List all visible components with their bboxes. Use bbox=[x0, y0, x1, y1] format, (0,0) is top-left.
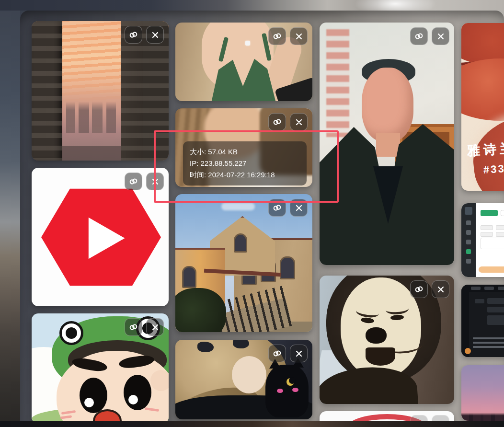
neck bbox=[376, 133, 400, 157]
left-building bbox=[32, 21, 62, 161]
link-icon bbox=[128, 176, 138, 186]
wall-scroll bbox=[326, 29, 349, 137]
gallery-panel: 雅诗兰 #333 bbox=[20, 11, 504, 427]
image-card-lipstick-swatch[interactable]: 雅诗兰 #333 bbox=[461, 23, 504, 191]
copy-link-button[interactable] bbox=[268, 345, 286, 362]
crescent-mark bbox=[286, 378, 294, 386]
close-icon bbox=[150, 30, 160, 40]
link-icon bbox=[128, 322, 138, 332]
card-actions bbox=[410, 27, 449, 45]
cloud bbox=[221, 203, 255, 210]
link-icon bbox=[272, 348, 282, 358]
hair-bow bbox=[197, 342, 214, 352]
eye bbox=[80, 378, 107, 413]
bottom-edge-bar bbox=[0, 421, 504, 427]
close-icon bbox=[436, 32, 446, 41]
link-icon bbox=[272, 117, 282, 127]
image-card-app-screenshot-light[interactable] bbox=[461, 203, 504, 277]
delete-button[interactable] bbox=[432, 280, 449, 298]
delete-button[interactable] bbox=[290, 345, 308, 362]
frog-eye bbox=[59, 321, 83, 345]
selection-highlight-box bbox=[154, 130, 339, 203]
lipstick-shade-text: #333 bbox=[483, 162, 504, 176]
copy-link-button[interactable] bbox=[268, 27, 286, 45]
link-icon bbox=[272, 203, 282, 213]
black-cat bbox=[265, 365, 309, 417]
close-icon bbox=[294, 203, 304, 213]
copy-link-button[interactable] bbox=[268, 113, 286, 131]
notice-pill bbox=[479, 266, 504, 273]
lower-lip bbox=[461, 58, 504, 121]
close-icon bbox=[294, 117, 304, 127]
mini-avatar bbox=[465, 348, 471, 354]
image-card-cartoon-frog-boy[interactable] bbox=[32, 313, 169, 424]
close-icon bbox=[294, 349, 304, 358]
dog-nose bbox=[366, 327, 387, 344]
dog-mouth bbox=[366, 347, 395, 366]
delete-button[interactable] bbox=[146, 26, 164, 44]
cat-eye bbox=[292, 388, 298, 392]
image-card-play-logo[interactable] bbox=[32, 168, 169, 306]
delete-button[interactable] bbox=[290, 113, 308, 131]
mini-avatar bbox=[465, 207, 472, 215]
close-icon bbox=[436, 285, 446, 294]
card-actions bbox=[268, 27, 308, 45]
screen: 雅诗兰 #333 bbox=[0, 0, 504, 427]
image-card-pink-sunset[interactable] bbox=[461, 365, 504, 421]
link-icon bbox=[414, 31, 424, 41]
necklace-pendant bbox=[245, 41, 250, 46]
image-card-villa-house[interactable] bbox=[175, 194, 312, 332]
link-icon bbox=[272, 31, 282, 41]
image-card-anime-girl-cat[interactable] bbox=[175, 340, 312, 419]
background-photo-top-strip bbox=[0, 0, 504, 11]
face bbox=[232, 356, 266, 393]
card-actions bbox=[125, 318, 164, 336]
image-card-green-camisole[interactable] bbox=[175, 23, 312, 101]
face bbox=[362, 68, 413, 142]
card-actions bbox=[268, 113, 308, 131]
city-silhouette bbox=[461, 413, 504, 421]
image-card-sunset-city[interactable] bbox=[32, 21, 169, 161]
hair-bow bbox=[233, 340, 249, 348]
image-card-app-screenshot-dark[interactable] bbox=[461, 285, 504, 357]
card-actions bbox=[268, 345, 308, 362]
copy-link-button[interactable] bbox=[125, 173, 142, 190]
delete-button[interactable] bbox=[290, 27, 308, 45]
card-actions bbox=[125, 26, 164, 44]
background-photo-left-strip bbox=[0, 0, 20, 427]
close-icon bbox=[294, 32, 304, 41]
copy-link-button[interactable] bbox=[410, 280, 428, 298]
trees bbox=[175, 288, 226, 332]
copy-link-button[interactable] bbox=[125, 26, 142, 44]
ear bbox=[150, 370, 169, 391]
card-actions bbox=[410, 280, 449, 298]
eye bbox=[124, 375, 151, 410]
close-icon bbox=[150, 323, 160, 332]
copy-link-button[interactable] bbox=[125, 318, 142, 336]
image-card-man-portrait[interactable] bbox=[320, 23, 454, 265]
copy-link-button[interactable] bbox=[410, 27, 428, 45]
cat-eye bbox=[277, 389, 283, 393]
link-icon bbox=[128, 30, 138, 40]
delete-button[interactable] bbox=[432, 27, 449, 45]
distant-skyline bbox=[62, 102, 122, 133]
lipstick-brand-text: 雅诗兰 bbox=[467, 139, 504, 159]
image-card-husky-dog[interactable] bbox=[320, 276, 454, 404]
delete-button[interactable] bbox=[146, 318, 164, 336]
link-icon bbox=[414, 284, 424, 294]
